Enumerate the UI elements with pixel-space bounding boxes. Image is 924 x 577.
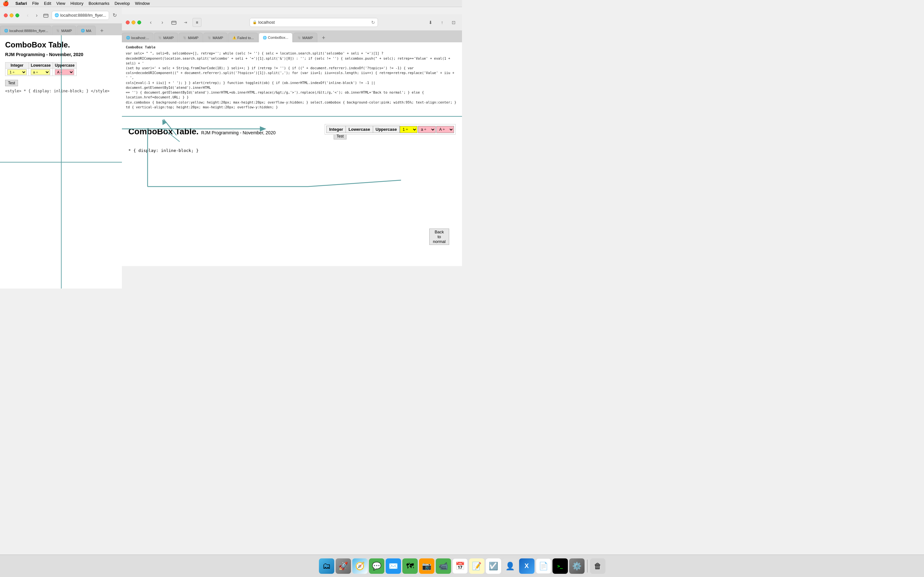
tab-mamp-1[interactable]: 🐘 MAMP (52, 26, 76, 35)
tab-icon-r2: 🐘 (158, 36, 162, 39)
reader-button[interactable]: ≡ (192, 18, 202, 27)
new-tab-button-right[interactable]: + (319, 33, 328, 42)
star-css-text: * { display: inline-block; } (128, 148, 199, 153)
tab-view-button-right[interactable] (170, 18, 178, 27)
window-button[interactable]: ⊡ (449, 18, 458, 27)
horizontal-crosshair-left (0, 162, 122, 163)
large-subtitle: RJM Programming - November, 2020 (201, 130, 276, 135)
tab-label-r4: MAMP (213, 36, 223, 40)
tabs-bar-right: 🌐 localhost:... 🐘 MAMP 🐘 MAMP 🐘 MAMP ⚠️ … (122, 31, 462, 42)
back-button-right[interactable]: ‹ (146, 18, 155, 27)
tab-icon-r6: 🌐 (263, 36, 267, 39)
tab-mamp-r7[interactable]: 🐘 MAMP (293, 33, 317, 42)
tab-combobox[interactable]: 🌐 ComboBox... (258, 33, 292, 42)
test-button[interactable]: Test (5, 80, 18, 86)
tab-localhost[interactable]: 🌐 localhost:8888/lm_flyer... (0, 26, 51, 35)
reader-icon: ≡ (196, 20, 198, 25)
reload-button-left[interactable]: ↻ (111, 11, 118, 20)
lowercase-select[interactable]: a ÷ (31, 69, 50, 75)
close-button-right[interactable] (126, 21, 129, 24)
page-title: ComboBox Table. (5, 40, 117, 49)
preview-lowercase-select[interactable]: a ÷ (418, 126, 436, 133)
page-subtitle: RJM Programming - November, 2020 (5, 52, 117, 57)
forward-button[interactable]: › (33, 11, 40, 20)
back-to-normal-button[interactable]: Back to normal (429, 229, 449, 245)
svg-line-12 (308, 180, 401, 187)
download-button[interactable]: ⬇ (426, 18, 435, 27)
apple-menu[interactable]: 🍎 (3, 0, 9, 6)
integer-select[interactable]: 1 ÷ (7, 69, 27, 75)
tab-label-r2: MAMP (163, 36, 174, 40)
col-header-uppercase: Uppercase (53, 63, 77, 69)
maximize-button-right[interactable] (137, 21, 141, 24)
double-arrow-button[interactable]: ⇥ (181, 18, 190, 27)
menu-window[interactable]: Window (135, 1, 150, 6)
maximize-button[interactable] (15, 13, 19, 17)
minimize-button[interactable] (10, 13, 13, 17)
tabs-bar-left: 🌐 localhost:8888/lm_flyer... 🐘 MAMP 🌐 MA… (0, 24, 122, 35)
tab-label-r3: MAMP (188, 36, 199, 40)
source-code-text: var selc= " ", seli=0, selcombov=[], ret… (126, 51, 458, 110)
tab-label-r6: ComboBox... (268, 35, 288, 39)
tab-failed[interactable]: ⚠️ Failed to... (228, 33, 258, 42)
browser-window-right: ‹ › ⇥ ≡ 🔒 localhost ↻ ⬇ ↑ ⊡ 🌐 localhost:… (122, 14, 462, 266)
tab-label-mamp1: MAMP (61, 29, 72, 33)
tab-icon-r3: 🐘 (183, 36, 187, 39)
menu-file[interactable]: File (32, 1, 39, 6)
col-header-lowercase: Lowercase (29, 63, 53, 69)
traffic-lights (4, 13, 19, 17)
svg-rect-0 (44, 14, 48, 17)
tab-ma[interactable]: 🌐 MA (77, 26, 95, 35)
preview-table: Integer Lowercase Uppercase 1 ÷ a ÷ A ÷ (326, 126, 454, 133)
menu-edit[interactable]: Edit (44, 1, 51, 6)
tab-icon-r5: ⚠️ (232, 36, 236, 39)
back-button[interactable]: ‹ (24, 11, 31, 20)
tab-mamp-r4[interactable]: 🐘 MAMP (204, 33, 228, 42)
menu-history[interactable]: History (70, 1, 83, 6)
address-text-left: localhost:8888/lm_flyer... (60, 13, 106, 18)
tab-view-button[interactable] (42, 11, 49, 20)
reload-icon-right[interactable]: ↻ (371, 20, 375, 25)
tab-localhost-right[interactable]: 🌐 localhost:... (122, 33, 153, 42)
address-bar-right[interactable]: 🔒 localhost ↻ (250, 18, 378, 27)
source-title: ComboBox Table (126, 45, 458, 50)
tab-icon-r1: 🌐 (126, 36, 130, 39)
tab-icon-r7: 🐘 (297, 36, 301, 39)
preview-col-integer: Integer (326, 126, 346, 133)
tab-label-r7: MAMP (302, 36, 313, 40)
new-tab-button-left[interactable]: + (97, 26, 107, 35)
preview-integer-select[interactable]: 1 ÷ (400, 126, 417, 133)
tab-label-localhost: localhost:8888/lm_flyer... (9, 29, 48, 33)
menubar-left: 🍎 Safari File Edit View History Bookmark… (0, 0, 462, 7)
preview-col-lowercase: Lowercase (346, 126, 373, 133)
site-icon-right: 🔒 (252, 20, 257, 24)
forward-button-right[interactable]: › (158, 18, 167, 27)
tab-mamp-r3[interactable]: 🐘 MAMP (179, 33, 203, 42)
title-bar-right: ‹ › ⇥ ≡ 🔒 localhost ↻ ⬇ ↑ ⊡ (122, 14, 462, 31)
preview-uppercase-select[interactable]: A ÷ (436, 126, 454, 133)
minimize-button-right[interactable] (132, 21, 136, 24)
share-button[interactable]: ↑ (438, 18, 447, 27)
col-header-integer: Integer (5, 63, 29, 69)
menu-safari[interactable]: Safari (15, 1, 27, 6)
preview-col-uppercase: Uppercase (373, 126, 399, 133)
menu-view[interactable]: View (57, 1, 65, 6)
combo-table: Integer Lowercase Uppercase 1 ÷ a ÷ A ÷ (5, 62, 77, 76)
traffic-lights-right (126, 21, 141, 24)
title-bar-left: ‹ › 🌐 localhost:8888/lm_flyer... ↻ (0, 7, 122, 24)
close-button[interactable] (4, 13, 8, 17)
svg-rect-2 (172, 21, 176, 24)
star-css-area: * { display: inline-block; } (128, 148, 199, 153)
site-icon-left: 🌐 (55, 13, 59, 17)
uppercase-select[interactable]: A ÷ (55, 69, 74, 75)
tab-icon-mamp1: 🐘 (56, 29, 60, 32)
tab-label-ma: MA (86, 29, 91, 33)
tab-icon-r4: 🐘 (208, 36, 212, 39)
menu-bookmarks[interactable]: Bookmarks (89, 1, 110, 6)
large-title: ComboBox Table. (128, 127, 199, 137)
address-bar-left[interactable]: 🌐 localhost:8888/lm_flyer... (52, 11, 109, 20)
tab-mamp-r2[interactable]: 🐘 MAMP (154, 33, 178, 42)
menu-develop[interactable]: Develop (115, 1, 130, 6)
right-content: ComboBox Table var selc= " ", seli=0, se… (122, 42, 462, 266)
tab-icon-ma: 🌐 (81, 29, 85, 32)
